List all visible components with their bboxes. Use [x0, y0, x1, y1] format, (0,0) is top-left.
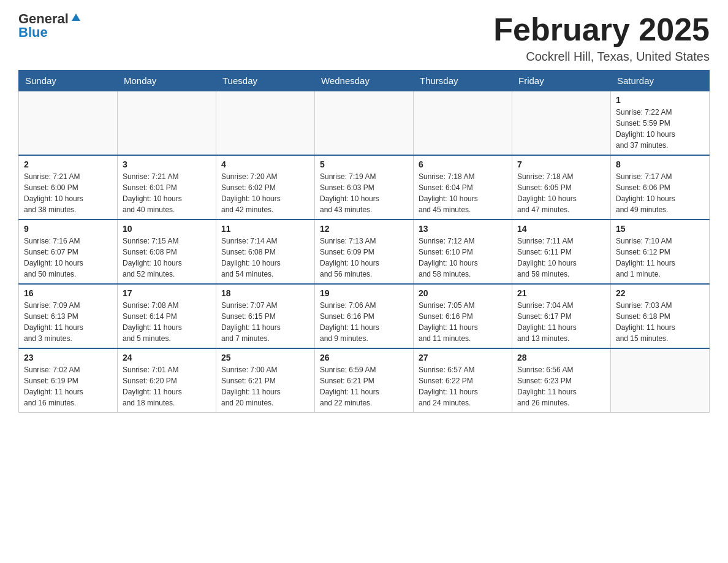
calendar-table: Sunday Monday Tuesday Wednesday Thursday… — [18, 70, 710, 413]
table-row: 17Sunrise: 7:08 AMSunset: 6:14 PMDayligh… — [118, 284, 216, 348]
table-row: 8Sunrise: 7:17 AMSunset: 6:06 PMDaylight… — [611, 155, 710, 220]
table-row: 27Sunrise: 6:57 AMSunset: 6:22 PMDayligh… — [414, 348, 512, 413]
day-number: 12 — [320, 224, 408, 234]
day-number: 13 — [419, 224, 507, 234]
table-row — [611, 348, 710, 413]
day-number: 21 — [517, 288, 605, 298]
day-info: Sunrise: 7:03 AMSunset: 6:18 PMDaylight:… — [616, 300, 704, 344]
day-info: Sunrise: 7:16 AMSunset: 6:07 PMDaylight:… — [24, 236, 112, 280]
table-row — [216, 91, 315, 156]
table-row: 24Sunrise: 7:01 AMSunset: 6:20 PMDayligh… — [118, 348, 216, 413]
table-row: 7Sunrise: 7:18 AMSunset: 6:05 PMDaylight… — [512, 155, 611, 220]
table-row: 20Sunrise: 7:05 AMSunset: 6:16 PMDayligh… — [414, 284, 512, 348]
calendar-week-row: 1Sunrise: 7:22 AMSunset: 5:59 PMDaylight… — [19, 91, 710, 156]
table-row: 22Sunrise: 7:03 AMSunset: 6:18 PMDayligh… — [611, 284, 710, 348]
day-info: Sunrise: 7:18 AMSunset: 6:05 PMDaylight:… — [517, 171, 605, 215]
day-info: Sunrise: 7:06 AMSunset: 6:16 PMDaylight:… — [320, 300, 408, 344]
table-row: 3Sunrise: 7:21 AMSunset: 6:01 PMDaylight… — [118, 155, 216, 220]
col-wednesday: Wednesday — [315, 71, 414, 91]
table-row: 11Sunrise: 7:14 AMSunset: 6:08 PMDayligh… — [216, 220, 315, 284]
day-number: 5 — [320, 159, 408, 169]
table-row: 28Sunrise: 6:56 AMSunset: 6:23 PMDayligh… — [512, 348, 611, 413]
logo-general-text: General — [18, 12, 69, 26]
day-number: 11 — [221, 224, 309, 234]
calendar-week-row: 2Sunrise: 7:21 AMSunset: 6:00 PMDaylight… — [19, 155, 710, 220]
day-info: Sunrise: 6:57 AMSunset: 6:22 PMDaylight:… — [419, 364, 507, 408]
table-row: 16Sunrise: 7:09 AMSunset: 6:13 PMDayligh… — [19, 284, 118, 348]
calendar-week-row: 16Sunrise: 7:09 AMSunset: 6:13 PMDayligh… — [19, 284, 710, 348]
table-row — [414, 91, 512, 156]
day-number: 19 — [320, 288, 408, 298]
day-number: 2 — [24, 159, 112, 169]
day-number: 9 — [24, 224, 112, 234]
day-info: Sunrise: 7:07 AMSunset: 6:15 PMDaylight:… — [221, 300, 309, 344]
table-row: 6Sunrise: 7:18 AMSunset: 6:04 PMDaylight… — [414, 155, 512, 220]
day-number: 18 — [221, 288, 309, 298]
table-row: 25Sunrise: 7:00 AMSunset: 6:21 PMDayligh… — [216, 348, 315, 413]
day-number: 23 — [24, 353, 112, 362]
day-info: Sunrise: 7:13 AMSunset: 6:09 PMDaylight:… — [320, 236, 408, 280]
day-number: 22 — [616, 288, 704, 298]
calendar-week-row: 23Sunrise: 7:02 AMSunset: 6:19 PMDayligh… — [19, 348, 710, 413]
page-header: General Blue February 2025 Cockrell Hill… — [18, 12, 710, 64]
logo: General Blue — [18, 12, 82, 39]
day-info: Sunrise: 7:02 AMSunset: 6:19 PMDaylight:… — [24, 364, 112, 408]
svg-marker-0 — [72, 13, 80, 21]
day-number: 16 — [24, 288, 112, 298]
day-number: 1 — [616, 95, 704, 105]
calendar-week-row: 9Sunrise: 7:16 AMSunset: 6:07 PMDaylight… — [19, 220, 710, 284]
day-info: Sunrise: 7:17 AMSunset: 6:06 PMDaylight:… — [616, 171, 704, 215]
calendar-header-row: Sunday Monday Tuesday Wednesday Thursday… — [19, 71, 710, 91]
day-info: Sunrise: 7:12 AMSunset: 6:10 PMDaylight:… — [419, 236, 507, 280]
col-thursday: Thursday — [414, 71, 512, 91]
day-info: Sunrise: 7:20 AMSunset: 6:02 PMDaylight:… — [221, 171, 309, 215]
day-number: 26 — [320, 353, 408, 362]
day-info: Sunrise: 7:00 AMSunset: 6:21 PMDaylight:… — [221, 364, 309, 408]
table-row: 10Sunrise: 7:15 AMSunset: 6:08 PMDayligh… — [118, 220, 216, 284]
table-row: 23Sunrise: 7:02 AMSunset: 6:19 PMDayligh… — [19, 348, 118, 413]
day-number: 3 — [123, 159, 211, 169]
col-monday: Monday — [118, 71, 216, 91]
day-info: Sunrise: 6:56 AMSunset: 6:23 PMDaylight:… — [517, 364, 605, 408]
table-row: 15Sunrise: 7:10 AMSunset: 6:12 PMDayligh… — [611, 220, 710, 284]
day-number: 20 — [419, 288, 507, 298]
day-number: 24 — [123, 353, 211, 362]
day-info: Sunrise: 7:05 AMSunset: 6:16 PMDaylight:… — [419, 300, 507, 344]
logo-blue-text: Blue — [18, 26, 48, 39]
table-row: 21Sunrise: 7:04 AMSunset: 6:17 PMDayligh… — [512, 284, 611, 348]
col-saturday: Saturday — [611, 71, 710, 91]
table-row: 9Sunrise: 7:16 AMSunset: 6:07 PMDaylight… — [19, 220, 118, 284]
day-info: Sunrise: 7:08 AMSunset: 6:14 PMDaylight:… — [123, 300, 211, 344]
day-number: 17 — [123, 288, 211, 298]
table-row: 18Sunrise: 7:07 AMSunset: 6:15 PMDayligh… — [216, 284, 315, 348]
day-number: 25 — [221, 353, 309, 362]
table-row — [19, 91, 118, 156]
day-info: Sunrise: 6:59 AMSunset: 6:21 PMDaylight:… — [320, 364, 408, 408]
day-number: 15 — [616, 224, 704, 234]
day-info: Sunrise: 7:01 AMSunset: 6:20 PMDaylight:… — [123, 364, 211, 408]
month-title: February 2025 — [493, 12, 710, 47]
table-row: 14Sunrise: 7:11 AMSunset: 6:11 PMDayligh… — [512, 220, 611, 284]
col-friday: Friday — [512, 71, 611, 91]
location-text: Cockrell Hill, Texas, United States — [493, 50, 710, 64]
day-info: Sunrise: 7:09 AMSunset: 6:13 PMDaylight:… — [24, 300, 112, 344]
day-number: 4 — [221, 159, 309, 169]
day-info: Sunrise: 7:19 AMSunset: 6:03 PMDaylight:… — [320, 171, 408, 215]
day-number: 6 — [419, 159, 507, 169]
table-row: 12Sunrise: 7:13 AMSunset: 6:09 PMDayligh… — [315, 220, 414, 284]
table-row: 26Sunrise: 6:59 AMSunset: 6:21 PMDayligh… — [315, 348, 414, 413]
day-info: Sunrise: 7:14 AMSunset: 6:08 PMDaylight:… — [221, 236, 309, 280]
col-sunday: Sunday — [19, 71, 118, 91]
day-info: Sunrise: 7:22 AMSunset: 5:59 PMDaylight:… — [616, 107, 704, 151]
logo-triangle-icon — [70, 11, 82, 25]
day-number: 27 — [419, 353, 507, 362]
table-row: 13Sunrise: 7:12 AMSunset: 6:10 PMDayligh… — [414, 220, 512, 284]
col-tuesday: Tuesday — [216, 71, 315, 91]
title-block: February 2025 Cockrell Hill, Texas, Unit… — [493, 12, 710, 64]
table-row: 19Sunrise: 7:06 AMSunset: 6:16 PMDayligh… — [315, 284, 414, 348]
day-info: Sunrise: 7:18 AMSunset: 6:04 PMDaylight:… — [419, 171, 507, 215]
table-row — [315, 91, 414, 156]
table-row: 1Sunrise: 7:22 AMSunset: 5:59 PMDaylight… — [611, 91, 710, 156]
table-row — [512, 91, 611, 156]
table-row: 4Sunrise: 7:20 AMSunset: 6:02 PMDaylight… — [216, 155, 315, 220]
